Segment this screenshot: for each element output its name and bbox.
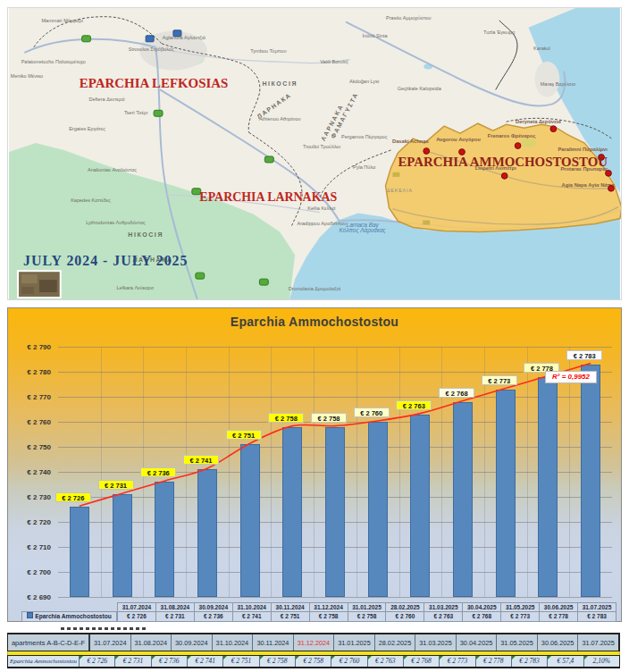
map-town-label: Athienou Αθηαίνου xyxy=(259,116,301,122)
map-chip xyxy=(392,172,399,177)
gridline-vertical xyxy=(569,347,570,597)
y-axis-tick: € 2 770 xyxy=(10,393,51,401)
axis-date-cell: 30.11.2024 xyxy=(271,603,309,611)
bar-value-label: € 2 760 xyxy=(354,407,390,417)
table-value-cell: € 2 783 xyxy=(512,656,548,667)
gridline-vertical xyxy=(527,347,528,597)
bar-value-label: € 2 763 xyxy=(396,400,432,410)
motorway-badge-icon xyxy=(196,273,205,279)
map-town-label: Palaiometocho Παλαιομέτοχο xyxy=(21,59,86,64)
axis-date-cell: 31.10.2024 xyxy=(232,603,271,611)
map-town-label: Tuzla Έγκωμη xyxy=(483,29,515,35)
axis-date-cell: 31.08.2024 xyxy=(155,603,194,611)
town-marker-icon xyxy=(424,148,430,155)
table-value-cell: € 2 763 xyxy=(368,656,404,667)
route-badge-icon xyxy=(146,36,154,42)
y-axis-tick: € 2 760 xyxy=(10,418,51,426)
bar-value-label: € 2 783 xyxy=(566,350,602,360)
satellite-thumbnail[interactable] xyxy=(18,271,61,298)
y-axis-tick: € 2 740 xyxy=(10,468,51,476)
cropped-row-artifact xyxy=(61,627,147,630)
bar-value-label: € 2 758 xyxy=(268,413,304,423)
y-axis-tick: € 2 730 xyxy=(10,493,51,501)
bar xyxy=(197,469,217,597)
map-town-label: Kapedes Καπέδες xyxy=(71,197,111,203)
map-marked-town-label: Paralimni Παραλίμνι xyxy=(558,147,608,152)
table-date-cell: 31.03.2025 xyxy=(415,634,457,651)
axis-date-cell: 28.02.2025 xyxy=(385,603,424,611)
map-town-label: Maraş Βαρώσια xyxy=(541,81,576,87)
axis-date-cell: 31.07.2024 xyxy=(118,603,155,611)
map-town-label: Pergamos Πέργαμος xyxy=(341,134,388,139)
bar xyxy=(325,427,345,597)
map-chip xyxy=(423,221,430,225)
table-value-cell: € 2 760 xyxy=(331,656,367,667)
map-town-label: Lefkara Λεύκαρα xyxy=(116,285,154,290)
legend-value-cell: € 2 763 xyxy=(424,612,462,621)
axis-date-cell: 31.05.2025 xyxy=(500,603,539,611)
map-region-grove xyxy=(521,139,537,147)
table-date-cell: 30.06.2025 xyxy=(538,634,579,651)
y-axis-tick: € 2 700 xyxy=(10,568,51,576)
bar xyxy=(410,415,430,597)
map-town-label: Dromolaxia Δρομολαξιά xyxy=(289,286,341,292)
gridline xyxy=(58,397,612,398)
data-table: apartments A-B-C-D-E-F 31.07.202431.08.2… xyxy=(7,633,620,668)
table-date-cell: 31.05.2025 xyxy=(497,634,538,651)
legend-value-cell: € 2 778 xyxy=(539,612,577,621)
axis-date-cell: 30.09.2024 xyxy=(194,603,232,611)
chart-legend: Eparchia Ammochostostou xyxy=(21,611,117,622)
gridline-vertical xyxy=(399,347,400,597)
axis-date-cell: 31.03.2025 xyxy=(424,603,462,611)
motorway-badge-icon xyxy=(82,36,91,42)
map-town-label: Karakol xyxy=(533,46,550,51)
axis-date-cell: 30.04.2025 xyxy=(462,603,500,611)
bar-value-label: € 2 758 xyxy=(311,413,347,423)
legend-value-cell: € 2 768 xyxy=(462,612,500,621)
map-town-label: Vatili Βατυλή xyxy=(320,59,348,64)
town-marker-icon xyxy=(550,126,557,132)
bar xyxy=(496,390,516,597)
gridline-vertical xyxy=(101,347,102,597)
map-canvas[interactable]: Mammari ΜάμμαριStrovolos ΣτρόβολοςAglant… xyxy=(8,8,621,299)
map-marked-town-label: Agia Napa Αγία Νάπα xyxy=(562,182,616,188)
table-value-cell: 2,10% xyxy=(584,656,619,667)
map-town-label: Deftera Δευτερά xyxy=(88,97,125,102)
legend-value-cell: € 2 731 xyxy=(155,612,194,621)
bar xyxy=(581,365,600,597)
chart-legend-label: Eparchia Ammochostostou xyxy=(35,613,112,619)
series-color-swatch-icon xyxy=(27,612,33,618)
bar xyxy=(368,422,388,597)
table-value-cell: € 2 778 xyxy=(476,656,512,667)
table-date-cell: 28.02.2025 xyxy=(375,634,416,651)
y-axis-tick: € 2 710 xyxy=(10,543,51,551)
map-town-label: Geçitkale Kalopsida xyxy=(398,86,442,91)
table-date-cell: 31.07.2024 xyxy=(90,634,131,651)
y-axis-tick: € 2 790 xyxy=(10,343,51,351)
table-value-cell: € 2 773 xyxy=(440,656,475,667)
y-axis-tick: € 2 750 xyxy=(10,443,51,451)
gridline-vertical xyxy=(314,347,314,597)
table-value-cell: € 2 758 xyxy=(296,656,331,667)
map-town-label: Pyla Πύλα xyxy=(353,164,376,170)
gridline-vertical xyxy=(356,347,357,597)
legend-value-cell: € 2 751 xyxy=(271,612,309,621)
cyprus-map[interactable]: Mammari ΜάμμαριStrovolos ΣτρόβολοςAglant… xyxy=(7,7,622,300)
table-value-cell: € 2 731 xyxy=(115,656,151,667)
bar xyxy=(282,427,302,597)
map-region-name-label: EPARCHIA AMMOCHOSTOSTOU xyxy=(398,155,608,169)
map-town-label: Kellia Κελλιά xyxy=(307,206,336,211)
map-town-label: Tymbou Τύμπου xyxy=(250,48,286,54)
legend-value-cell: € 2 726 xyxy=(118,612,155,621)
axis-date-cell: 31.07.2025 xyxy=(577,603,616,611)
bar-value-label: € 2 731 xyxy=(98,480,134,490)
bar-value-label: € 2 726 xyxy=(55,492,91,502)
table-value-cell: € 2 768 xyxy=(404,656,440,667)
table-value-cell: € 2 736 xyxy=(152,656,188,667)
table-value-cell: € 2 741 xyxy=(188,656,223,667)
table-value-cell: € 2 726 xyxy=(80,656,115,667)
gridline-vertical xyxy=(271,347,272,597)
gridline xyxy=(58,347,612,348)
map-town-label: Prastio Αμμοχώστου xyxy=(386,15,432,21)
map-region-name-label: EPARCHIA LARNAKAS xyxy=(199,190,337,204)
